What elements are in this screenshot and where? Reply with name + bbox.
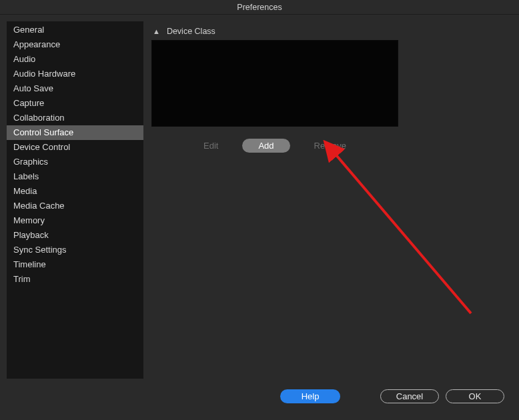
sidebar-item-control-surface[interactable]: Control Surface [7,125,143,140]
sidebar-item-collaboration[interactable]: Collaboration [7,111,143,125]
preferences-window: Preferences General Appearance Audio Aud… [0,0,519,420]
add-button[interactable]: Add [242,139,290,153]
sidebar-item-labels[interactable]: Labels [7,169,143,184]
device-class-listbox[interactable] [151,40,398,127]
help-button[interactable]: Help [280,389,340,403]
sidebar-item-timeline[interactable]: Timeline [7,257,143,272]
list-button-row: Edit Add Remove [151,139,398,153]
column-header-device-class[interactable]: Device Class [167,27,215,36]
dialog-footer: Help Cancel OK [0,379,519,420]
sidebar-item-auto-save[interactable]: Auto Save [7,81,143,96]
sidebar-item-memory[interactable]: Memory [7,213,143,228]
list-header-row: ▲ Device Class [151,27,512,36]
sidebar-item-graphics[interactable]: Graphics [7,155,143,169]
cancel-button[interactable]: Cancel [380,389,439,403]
sidebar-item-capture[interactable]: Capture [7,96,143,111]
sidebar-item-trim[interactable]: Trim [7,272,143,287]
ok-button[interactable]: OK [446,389,504,403]
edit-button[interactable]: Edit [198,139,223,152]
sidebar-item-sync-settings[interactable]: Sync Settings [7,243,143,257]
dialog-body: General Appearance Audio Audio Hardware … [0,15,519,379]
sidebar-item-appearance[interactable]: Appearance [7,37,143,52]
remove-button[interactable]: Remove [309,139,352,152]
sidebar-item-media-cache[interactable]: Media Cache [7,199,143,213]
sidebar-item-playback[interactable]: Playback [7,228,143,243]
sidebar-item-audio-hardware[interactable]: Audio Hardware [7,67,143,81]
sidebar-item-audio[interactable]: Audio [7,52,143,67]
preferences-sidebar: General Appearance Audio Audio Hardware … [7,21,143,379]
sort-ascending-icon[interactable]: ▲ [153,27,160,35]
sidebar-item-device-control[interactable]: Device Control [7,140,143,155]
window-title: Preferences [0,0,519,15]
sidebar-item-media[interactable]: Media [7,184,143,199]
sidebar-item-general[interactable]: General [7,23,143,37]
preferences-panel: ▲ Device Class Edit Add Remove [151,21,512,379]
